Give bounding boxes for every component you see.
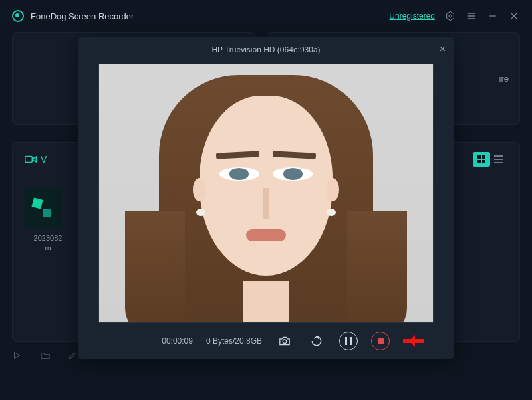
folder-icon[interactable] xyxy=(40,351,51,361)
svg-rect-13 xyxy=(482,160,485,163)
settings-icon[interactable] xyxy=(444,10,456,22)
elapsed-time: 00:00:09 xyxy=(162,336,193,346)
svg-marker-9 xyxy=(33,157,37,162)
app-logo-icon xyxy=(12,10,24,22)
recording-filename: 2023082m xyxy=(25,233,71,254)
play-icon[interactable] xyxy=(12,351,23,361)
svg-rect-10 xyxy=(477,155,481,159)
close-icon[interactable] xyxy=(508,10,520,22)
svg-rect-26 xyxy=(345,337,347,345)
svg-rect-8 xyxy=(25,157,33,163)
svg-point-1 xyxy=(449,15,452,17)
svg-rect-12 xyxy=(477,160,481,163)
svg-marker-17 xyxy=(15,352,20,358)
svg-rect-27 xyxy=(350,337,352,345)
svg-point-25 xyxy=(283,340,287,344)
menu-icon[interactable] xyxy=(466,10,477,22)
recording-size: 0 Bytes/20.8GB xyxy=(206,336,262,346)
stop-button[interactable] xyxy=(371,332,390,350)
view-list-button[interactable] xyxy=(490,152,507,167)
webcam-feed-image xyxy=(99,64,433,322)
webcam-recording-modal: HP Truevision HD (064e:930a) × 00:00:09 … xyxy=(78,37,454,359)
edit-icon[interactable] xyxy=(68,351,78,361)
svg-marker-0 xyxy=(447,11,454,20)
annotation-arrow xyxy=(403,336,434,346)
tab-video[interactable]: V xyxy=(25,154,47,165)
minimize-icon[interactable] xyxy=(487,10,499,22)
svg-rect-11 xyxy=(482,155,485,159)
app-title: FoneDog Screen Recorder xyxy=(31,11,134,21)
modal-close-button[interactable]: × xyxy=(440,44,446,54)
snapshot-button[interactable] xyxy=(275,332,294,350)
recording-controls: 00:00:09 0 Bytes/20.8GB xyxy=(78,323,454,359)
view-grid-button[interactable] xyxy=(473,152,490,167)
modal-header: HP Truevision HD (064e:930a) × xyxy=(78,37,454,62)
camera-device-name: HP Truevision HD (064e:930a) xyxy=(211,45,320,54)
svg-rect-28 xyxy=(378,338,384,344)
unregistered-link[interactable]: Unregistered xyxy=(389,11,435,21)
recording-thumbnail[interactable] xyxy=(25,189,62,227)
restart-button[interactable] xyxy=(307,332,326,350)
webcam-preview xyxy=(98,64,434,323)
pause-button[interactable] xyxy=(339,332,358,350)
title-bar: FoneDog Screen Recorder Unregistered xyxy=(0,0,532,32)
